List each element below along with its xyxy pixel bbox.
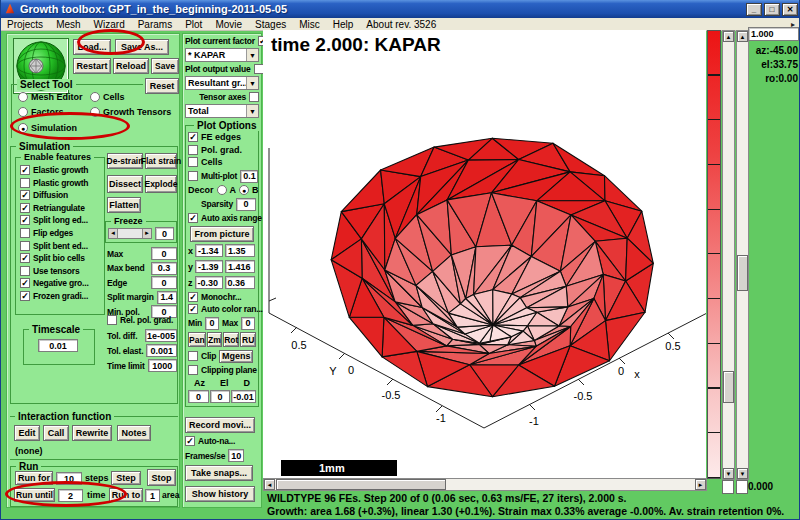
run-until-button[interactable]: Run until xyxy=(14,488,55,502)
nav-pan-button[interactable]: Pan xyxy=(188,332,206,347)
menu-projects[interactable]: Projects xyxy=(7,19,43,30)
menu-help[interactable]: Help xyxy=(333,19,354,30)
colorbar-scrollbar-upper[interactable]: ▲ ▼ xyxy=(722,30,735,480)
menu-plot[interactable]: Plot xyxy=(185,19,202,30)
auto-axis-range-checkbox[interactable]: ✓ xyxy=(188,213,198,223)
feature-2-checkbox[interactable]: ✓ xyxy=(20,190,30,200)
multi-plot-checkbox[interactable] xyxy=(188,171,198,181)
radio-mesh-editor[interactable] xyxy=(18,92,28,102)
axis-min-field[interactable]: -0.30 xyxy=(195,276,223,289)
az-field[interactable]: 0 xyxy=(188,390,209,403)
feature-5-checkbox[interactable] xyxy=(20,228,30,238)
freeze-slider[interactable]: ◄ ► xyxy=(108,228,152,239)
notes-button[interactable]: Notes xyxy=(117,425,151,441)
dissect-button[interactable]: Dissect xyxy=(107,175,143,193)
close-button[interactable]: ✕ xyxy=(782,3,798,16)
clip-checkbox[interactable] xyxy=(188,351,198,361)
menu-wizard[interactable]: Wizard xyxy=(94,19,125,30)
monochrome-checkbox[interactable]: ✓ xyxy=(188,292,198,302)
chevron-down-icon[interactable]: ▼ xyxy=(246,77,258,89)
reload-button[interactable]: Reload xyxy=(113,58,149,74)
run-for-button[interactable]: Run for xyxy=(15,471,53,485)
param-field[interactable]: 0 xyxy=(151,247,177,260)
call-button[interactable]: Call xyxy=(43,425,69,441)
radio-simulation[interactable]: ● xyxy=(18,123,28,133)
record-movie-button[interactable]: Record movi... xyxy=(185,417,255,433)
menu-mesh[interactable]: Mesh xyxy=(56,19,80,30)
reset-button[interactable]: Reset xyxy=(145,78,179,94)
d-field[interactable]: -0.01 xyxy=(231,390,256,403)
scroll-up-icon[interactable]: ▲ xyxy=(737,31,748,42)
tensor-axes-dropdown[interactable]: Total ▼ xyxy=(185,104,259,118)
scroll-up-icon[interactable]: ▲ xyxy=(723,31,734,42)
chevron-down-icon[interactable]: ▼ xyxy=(246,105,258,117)
feature-9-checkbox[interactable]: ✓ xyxy=(20,278,30,288)
de-strain-button[interactable]: De-strain xyxy=(107,153,143,169)
mgens-button[interactable]: Mgens xyxy=(219,350,253,363)
flatten-button[interactable]: Flatten xyxy=(107,197,141,213)
minimize-button[interactable]: _ xyxy=(746,3,762,16)
save-as-button[interactable]: Save As... xyxy=(115,39,169,55)
plot-area[interactable]: time 2.000: KAPAR 0.5 Y 0 -0.5 -1 -1 -0.… xyxy=(263,30,706,478)
run-area-field[interactable]: 1 xyxy=(145,489,160,502)
run-time-field[interactable]: 2 xyxy=(58,489,83,502)
param-field[interactable]: 0 xyxy=(151,276,177,289)
fe-edges-checkbox[interactable]: ✓ xyxy=(188,132,198,142)
menu-stages[interactable]: Stages xyxy=(255,19,286,30)
multi-plot-field[interactable]: 0.1 xyxy=(240,170,258,183)
plot-horizontal-scrollbar[interactable]: ◄ ► xyxy=(263,478,707,491)
axis-max-field[interactable]: 0.36 xyxy=(225,276,255,289)
cells-checkbox[interactable] xyxy=(188,157,198,167)
nav-rot-button[interactable]: Rot xyxy=(223,332,239,347)
scroll-down-icon[interactable]: ▼ xyxy=(737,468,748,479)
feature-10-checkbox[interactable]: ✓ xyxy=(20,291,30,301)
feature-8-checkbox[interactable] xyxy=(20,266,30,276)
scroll-down-icon[interactable]: ▼ xyxy=(723,468,734,479)
from-picture-button[interactable]: From picture xyxy=(190,226,254,242)
stop-button[interactable]: Stop xyxy=(147,469,176,486)
param-field[interactable]: 1.4 xyxy=(157,291,177,304)
colorbar-max-field[interactable]: 1.000 xyxy=(748,27,799,41)
menu-params[interactable]: Params xyxy=(138,19,172,30)
menu-about[interactable]: About rev. 3526 xyxy=(366,19,436,30)
step-button[interactable]: Step xyxy=(111,471,141,485)
feature-3-checkbox[interactable]: ✓ xyxy=(20,203,30,213)
scroll-left-icon[interactable]: ◄ xyxy=(264,479,275,490)
frames-field[interactable]: 10 xyxy=(228,449,244,462)
mesh-plot[interactable] xyxy=(263,30,706,478)
tolerance-field[interactable]: 1000 xyxy=(148,359,177,372)
tensor-axes-checkbox[interactable] xyxy=(249,92,259,102)
auto-color-range-checkbox[interactable]: ✓ xyxy=(188,304,198,314)
radio-growth-tensors[interactable] xyxy=(90,107,100,117)
save-button[interactable]: Save xyxy=(151,58,179,74)
param-field[interactable]: 0.3 xyxy=(151,262,177,275)
axis-min-field[interactable]: -1.34 xyxy=(195,244,223,257)
explode-button[interactable]: Explode xyxy=(145,175,177,193)
tolerance-field[interactable]: 0.001 xyxy=(146,344,177,357)
run-to-button[interactable]: Run to xyxy=(109,488,143,502)
maximize-button[interactable]: □ xyxy=(764,3,780,16)
rel-pol-grad-checkbox[interactable] xyxy=(107,315,117,325)
load-button[interactable]: Load... xyxy=(73,39,111,55)
sparsity-field[interactable]: 0 xyxy=(236,198,256,211)
axis-min-field[interactable]: -1.39 xyxy=(195,260,223,273)
restart-button[interactable]: Restart xyxy=(73,58,111,74)
timescale-value[interactable]: 0.01 xyxy=(38,339,78,352)
run-steps-field[interactable]: 10 xyxy=(56,472,82,485)
feature-4-checkbox[interactable]: ✓ xyxy=(20,215,30,225)
feature-6-checkbox[interactable] xyxy=(20,241,30,251)
output-value-dropdown[interactable]: Resultant gr... ▼ xyxy=(185,76,259,90)
scrollbar-thumb[interactable] xyxy=(737,255,748,291)
feature-0-checkbox[interactable]: ✓ xyxy=(20,165,30,175)
colorbar-scrollbar-lower[interactable]: ▲ ▼ xyxy=(736,30,749,480)
current-factor-dropdown[interactable]: * KAPAR ▼ xyxy=(185,48,259,62)
radio-factors[interactable] xyxy=(18,107,28,117)
radio-cells[interactable] xyxy=(90,92,100,102)
freeze-slider-right-arrow[interactable]: ► xyxy=(142,229,151,238)
axis-max-field[interactable]: 1.35 xyxy=(225,244,255,257)
rewrite-button[interactable]: Rewrite xyxy=(72,425,112,441)
max-field[interactable]: 0 xyxy=(241,317,255,330)
clipping-plane-checkbox[interactable] xyxy=(188,365,198,375)
feature-7-checkbox[interactable]: ✓ xyxy=(20,253,30,263)
el-field[interactable]: 0 xyxy=(210,390,230,403)
